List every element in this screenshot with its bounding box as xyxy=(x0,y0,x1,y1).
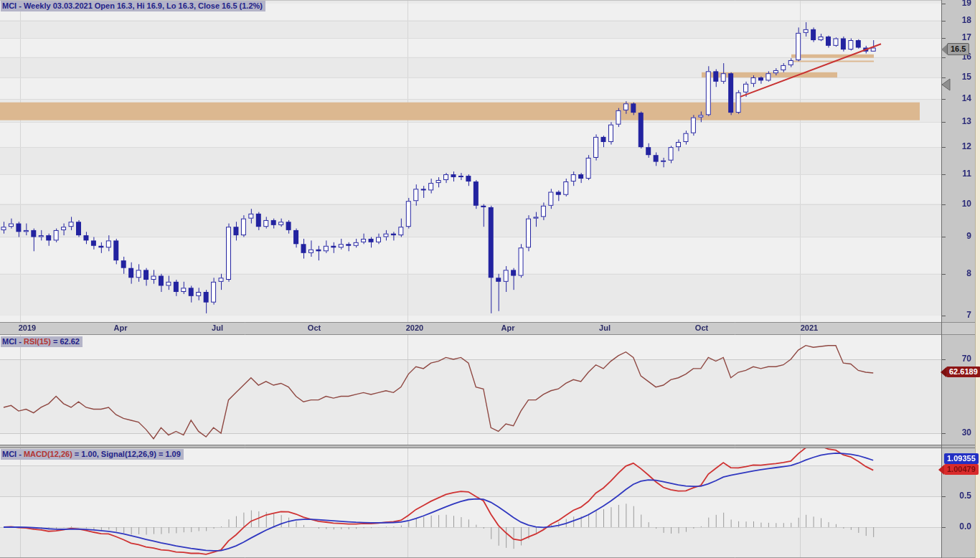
price-title-text: MCI - Weekly 03.03.2021 Open 16.3, Hi 16… xyxy=(2,1,263,10)
charting-application: 1918171615141312111098770300.50.02019Apr… xyxy=(0,0,980,558)
macd-pane-title[interactable]: MCI - MACD(12,26) = 1.00, Signal(12,26,9… xyxy=(1,449,184,460)
macd-title-value: = 1.00, Signal(12,26,9) = 1.09 xyxy=(72,450,181,458)
last-price-value: 16.5 xyxy=(947,43,969,55)
macd-value: 1.00479 xyxy=(944,464,979,475)
rsi-title-symbol: MCI - xyxy=(2,337,24,346)
macd-title-symbol: MCI - xyxy=(2,450,24,458)
signal-value: 1.09355 xyxy=(944,453,979,464)
signal-value-marker: 1.09355 xyxy=(944,453,979,464)
macd-title-indicator: MACD(12,26) xyxy=(24,450,72,458)
last-price-marker: 16.5 xyxy=(941,44,969,55)
chart-canvas[interactable] xyxy=(0,0,980,558)
rsi-value: 62.6189 xyxy=(946,367,980,377)
macd-value-marker: 1.00479 xyxy=(938,464,979,475)
rsi-value-marker: 62.6189 xyxy=(941,367,980,377)
marker-arrow-icon xyxy=(941,44,947,55)
rsi-pane-title[interactable]: MCI - RSI(15) = 62.62 xyxy=(1,336,83,347)
marker-arrow-icon xyxy=(941,367,946,377)
marker-arrow-icon xyxy=(938,465,944,475)
rsi-title-indicator: RSI(15) xyxy=(24,337,51,346)
price-pane-title[interactable]: MCI - Weekly 03.03.2021 Open 16.3, Hi 16… xyxy=(1,1,265,11)
rsi-title-value: = 62.62 xyxy=(51,337,80,346)
